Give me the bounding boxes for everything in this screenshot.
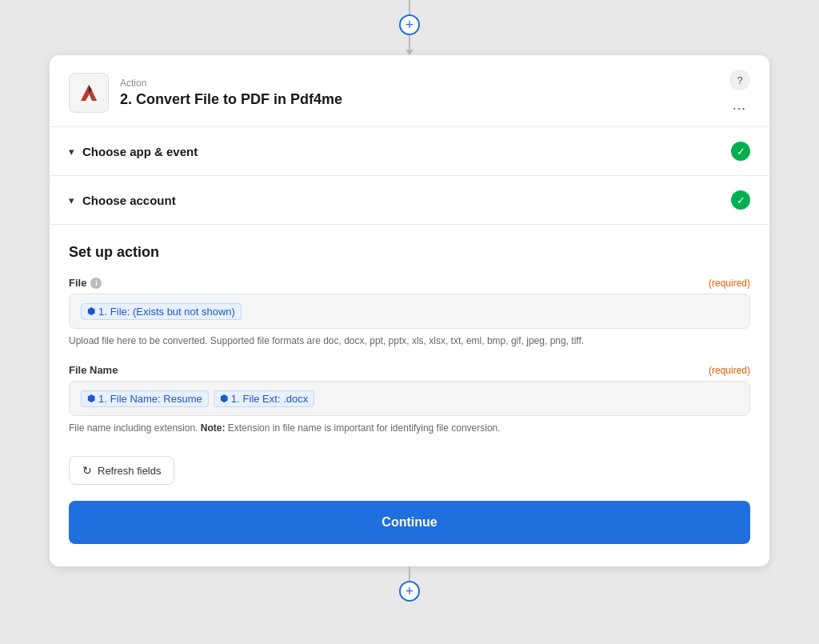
refresh-fields-button[interactable]: ↻ Refresh fields (69, 456, 174, 485)
connector-line-bottom (409, 566, 410, 581)
check-circle-app: ✓ (731, 142, 750, 161)
card-header-icons: ? … (729, 70, 750, 115)
more-options-button[interactable]: … (729, 95, 750, 115)
filename-label: File Name (69, 364, 118, 376)
action-title: 2. Convert File to PDF in Pdf4me (120, 91, 717, 108)
dropbox-icon: ⬢ (87, 306, 95, 317)
bottom-connector: + (399, 566, 420, 602)
add-step-top-button[interactable]: + (399, 14, 420, 35)
check-circle-account: ✓ (731, 190, 750, 210)
filename-token2-text: File Ext: .docx (243, 393, 309, 405)
file-token-step: 1. (98, 306, 107, 318)
dropbox-icon-2: ⬢ (87, 393, 95, 404)
setup-section: Set up action File i (required) ⬢ 1. Fil… (50, 225, 769, 566)
top-connector: + (399, 0, 420, 55)
filename-token1-step: 1. (98, 393, 107, 405)
choose-account-header[interactable]: ▾ Choose account ✓ (69, 176, 750, 224)
plus-icon-bottom: + (406, 583, 414, 600)
plus-icon: + (406, 17, 414, 34)
choose-app-label: Choose app & event (82, 145, 723, 158)
filename-required-label: (required) (709, 365, 750, 376)
add-step-bottom-button[interactable]: + (399, 581, 420, 602)
choose-app-section: ▾ Choose app & event ✓ (50, 127, 769, 176)
filename-token2-step: 1. (231, 393, 240, 405)
dropbox-icon-3: ⬢ (220, 393, 228, 404)
file-token-text: File: (Exists but not shown) (110, 306, 235, 318)
help-button[interactable]: ? (729, 70, 750, 90)
filename-hint: File name including extension. Note: Ext… (69, 421, 750, 435)
choose-app-header[interactable]: ▾ Choose app & event ✓ (69, 127, 750, 175)
check-icon-account: ✓ (737, 194, 745, 206)
connector-line-mid (409, 35, 410, 50)
file-required-label: (required) (709, 278, 750, 289)
help-icon: ? (737, 74, 742, 86)
refresh-icon: ↻ (82, 464, 92, 477)
filename-label-row: File Name (required) (69, 364, 750, 376)
pdf4me-logo (74, 78, 103, 107)
check-icon: ✓ (737, 146, 745, 158)
file-info-icon: i (90, 278, 102, 289)
app-icon (69, 73, 109, 113)
filename-field-group: File Name (required) ⬢ 1. File Name: Res… (69, 364, 750, 435)
filename-token1: ⬢ 1. File Name: Resume (81, 390, 209, 407)
file-label: File i (69, 277, 102, 289)
file-label-text: File (69, 277, 86, 289)
file-token: ⬢ 1. File: (Exists but not shown) (81, 303, 242, 320)
continue-label: Continue (382, 515, 437, 529)
connector-line-top (409, 0, 410, 14)
filename-input[interactable]: ⬢ 1. File Name: Resume ⬢ 1. File Ext: .d… (69, 381, 750, 416)
filename-hint-prefix: File name including extension. (69, 422, 201, 434)
filename-label-text: File Name (69, 364, 118, 376)
file-field-group: File i (required) ⬢ 1. File: (Exists but… (69, 277, 750, 348)
file-hint: Upload file here to be converted. Suppor… (69, 334, 750, 348)
filename-token1-text: File Name: Resume (110, 393, 202, 405)
action-card: Action 2. Convert File to PDF in Pdf4me … (50, 55, 769, 566)
chevron-icon: ▾ (69, 146, 74, 158)
file-input[interactable]: ⬢ 1. File: (Exists but not shown) (69, 294, 750, 329)
connector-arrow (406, 50, 413, 55)
card-header: Action 2. Convert File to PDF in Pdf4me … (50, 55, 769, 127)
action-type-label: Action (120, 78, 717, 89)
card-header-text: Action 2. Convert File to PDF in Pdf4me (120, 78, 717, 108)
continue-button[interactable]: Continue (69, 501, 750, 544)
setup-title: Set up action (69, 244, 750, 261)
filename-hint-note: Note: (201, 422, 226, 434)
choose-account-label: Choose account (82, 194, 723, 207)
more-icon: … (732, 97, 747, 113)
refresh-fields-label: Refresh fields (98, 465, 161, 477)
filename-hint-suffix: Extension in file name is important for … (225, 422, 500, 434)
chevron-icon-account: ▾ (69, 194, 74, 206)
file-label-row: File i (required) (69, 277, 750, 289)
choose-account-section: ▾ Choose account ✓ (50, 176, 769, 225)
filename-token2: ⬢ 1. File Ext: .docx (214, 390, 314, 407)
